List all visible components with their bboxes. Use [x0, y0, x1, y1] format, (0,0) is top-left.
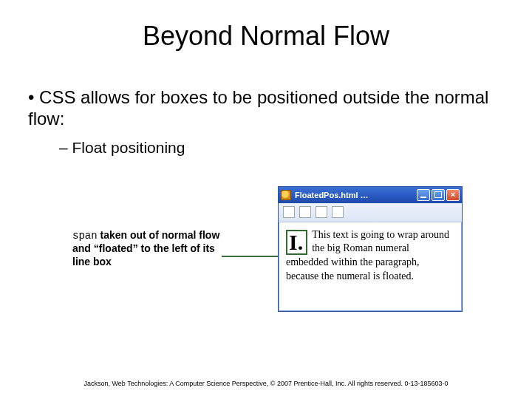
- browser-toolbar: [279, 203, 462, 222]
- diagram: span taken out of normal flow and “float…: [0, 182, 532, 330]
- slide-title: Beyond Normal Flow: [0, 0, 532, 52]
- toolbar-icon[interactable]: [316, 206, 327, 218]
- app-icon: [281, 190, 291, 200]
- window-controls: ×: [417, 189, 460, 201]
- sub-bullet: Float positioning: [59, 139, 532, 157]
- main-bullet: CSS allows for boxes to be positioned ou…: [28, 87, 532, 130]
- browser-window: FloatedPos.html … × I.This text is going…: [278, 186, 463, 312]
- close-icon: ×: [451, 191, 455, 199]
- close-button[interactable]: ×: [446, 189, 460, 201]
- minimize-button[interactable]: [417, 189, 430, 201]
- toolbar-icon[interactable]: [332, 206, 344, 218]
- window-titlebar: FloatedPos.html … ×: [279, 187, 462, 203]
- page-content: I.This text is going to wrap around the …: [279, 222, 462, 311]
- annotation-code: span: [72, 230, 98, 242]
- footer-citation: Jackson, Web Technologies: A Computer Sc…: [0, 380, 532, 387]
- toolbar-icon[interactable]: [299, 206, 311, 218]
- maximize-button[interactable]: [432, 189, 445, 201]
- toolbar-icon[interactable]: [283, 206, 295, 218]
- body-text: This text is going to wrap around the bi…: [286, 229, 449, 282]
- callout-line: [222, 256, 278, 257]
- floated-roman-numeral: I.: [286, 230, 307, 255]
- annotation-text: span taken out of normal flow and “float…: [72, 229, 220, 269]
- window-title: FloatedPos.html …: [295, 191, 369, 200]
